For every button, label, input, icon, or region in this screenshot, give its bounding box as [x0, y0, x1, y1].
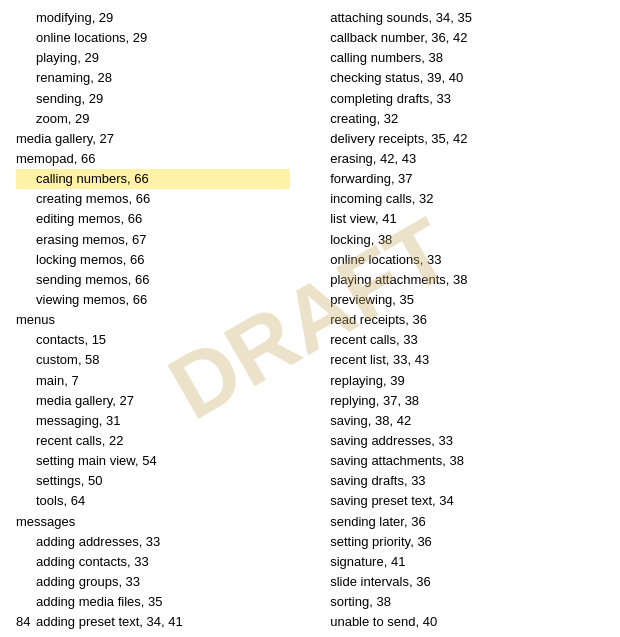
index-entry: delivery receipts, 35, 42	[310, 129, 604, 149]
index-entry: signature, 41	[310, 552, 604, 572]
index-entry: settings, 50	[16, 471, 290, 491]
index-entry: saving addresses, 33	[310, 431, 604, 451]
index-entry: erasing, 42, 43	[310, 149, 604, 169]
index-entry: sending, 29	[16, 89, 290, 109]
index-entry: media gallery, 27	[16, 129, 290, 149]
index-entry: adding media files, 35	[16, 592, 290, 612]
page-container: DRAFT modifying, 29online locations, 29p…	[0, 0, 620, 637]
index-entry: messages	[16, 512, 290, 532]
index-entry: adding slides, 34	[16, 632, 290, 637]
index-entry: modifying, 29	[16, 8, 290, 28]
index-entry: unable to send, 40	[310, 612, 604, 632]
index-entry: replaying, 39	[310, 371, 604, 391]
index-entry: completing drafts, 33	[310, 89, 604, 109]
index-entry: menus	[16, 310, 290, 330]
index-entry: main, 7	[16, 371, 290, 391]
index-entry: locking, 38	[310, 230, 604, 250]
right-column: attaching sounds, 34, 35callback number,…	[300, 8, 604, 637]
index-entry: editing memos, 66	[16, 209, 290, 229]
index-entry: replying, 37, 38	[310, 391, 604, 411]
index-entry: forwarding, 37	[310, 169, 604, 189]
index-entry: viewing memos, 66	[16, 290, 290, 310]
index-entry: attaching sounds, 34, 35	[310, 8, 604, 28]
index-entry: online locations, 29	[16, 28, 290, 48]
index-entry: list view, 41	[310, 209, 604, 229]
index-entry: validity period, 36	[310, 632, 604, 637]
index-entry: saving preset text, 34	[310, 491, 604, 511]
index-entry: checking status, 39, 40	[310, 68, 604, 88]
index-entry: creating memos, 66	[16, 189, 290, 209]
index-entry: adding preset text, 34, 41	[16, 612, 290, 632]
index-entry: incoming calls, 32	[310, 189, 604, 209]
index-entry: adding groups, 33	[16, 572, 290, 592]
index-entry: saving, 38, 42	[310, 411, 604, 431]
page-footer: 84	[16, 614, 30, 629]
index-entry: memopad, 66	[16, 149, 290, 169]
index-entry: playing attachments, 38	[310, 270, 604, 290]
index-columns: modifying, 29online locations, 29playing…	[16, 8, 604, 637]
index-entry: messaging, 31	[16, 411, 290, 431]
index-entry: tools, 64	[16, 491, 290, 511]
index-entry: sending memos, 66	[16, 270, 290, 290]
index-entry: media gallery, 27	[16, 391, 290, 411]
index-entry: slide intervals, 36	[310, 572, 604, 592]
page-number: 84	[16, 614, 30, 629]
index-entry: sorting, 38	[310, 592, 604, 612]
index-entry: custom, 58	[16, 350, 290, 370]
index-entry: calling numbers, 66	[16, 169, 290, 189]
index-entry: erasing memos, 67	[16, 230, 290, 250]
index-entry: setting main view, 54	[16, 451, 290, 471]
left-column: modifying, 29online locations, 29playing…	[16, 8, 300, 637]
index-entry: locking memos, 66	[16, 250, 290, 270]
index-entry: contacts, 15	[16, 330, 290, 350]
index-entry: renaming, 28	[16, 68, 290, 88]
index-entry: callback number, 36, 42	[310, 28, 604, 48]
index-entry: online locations, 33	[310, 250, 604, 270]
index-entry: previewing, 35	[310, 290, 604, 310]
index-entry: sending later, 36	[310, 512, 604, 532]
index-entry: setting priority, 36	[310, 532, 604, 552]
index-entry: adding contacts, 33	[16, 552, 290, 572]
index-entry: saving drafts, 33	[310, 471, 604, 491]
index-entry: adding addresses, 33	[16, 532, 290, 552]
index-entry: saving attachments, 38	[310, 451, 604, 471]
index-entry: recent calls, 33	[310, 330, 604, 350]
index-entry: creating, 32	[310, 109, 604, 129]
index-entry: recent list, 33, 43	[310, 350, 604, 370]
index-entry: read receipts, 36	[310, 310, 604, 330]
index-entry: zoom, 29	[16, 109, 290, 129]
index-entry: recent calls, 22	[16, 431, 290, 451]
index-entry: calling numbers, 38	[310, 48, 604, 68]
index-entry: playing, 29	[16, 48, 290, 68]
